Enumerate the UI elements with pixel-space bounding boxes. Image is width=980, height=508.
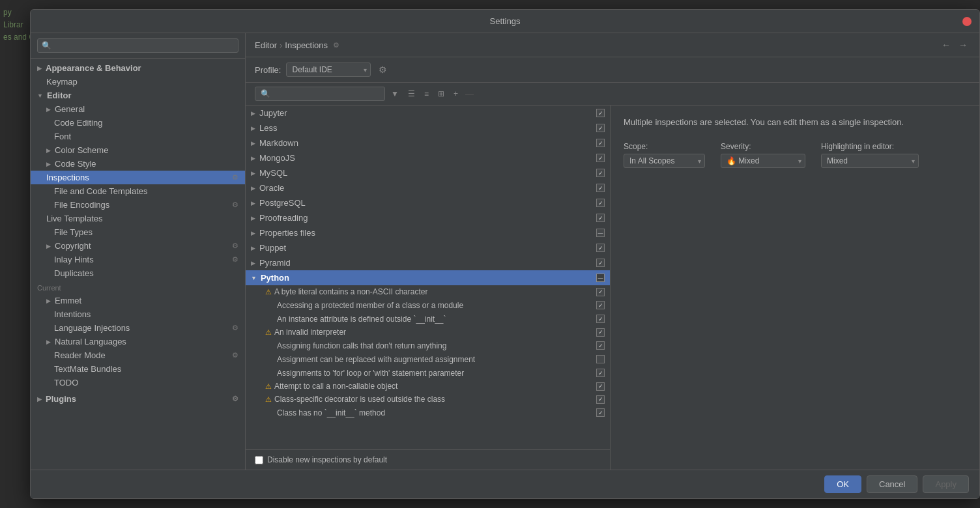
group-check-less[interactable] xyxy=(596,124,605,132)
sidebar-item-language-injections[interactable]: Language Injections ⚙ xyxy=(31,321,245,335)
group-check-mongodb[interactable] xyxy=(596,154,605,162)
sidebar-item-live-templates[interactable]: Live Templates xyxy=(31,212,245,225)
insp-group-properties[interactable]: ▶ Properties files xyxy=(246,225,610,240)
sidebar-item-todo[interactable]: TODO xyxy=(31,376,245,389)
insp-group-puppet[interactable]: ▶ Puppet xyxy=(246,240,610,255)
insp-item-0[interactable]: ⚠ A byte literal contains a non-ASCII ch… xyxy=(246,285,610,298)
insp-item-4[interactable]: Assigning function calls that don't retu… xyxy=(246,339,610,352)
sidebar-item-inspections[interactable]: Inspections ⚙ xyxy=(31,171,245,184)
insp-group-mysql[interactable]: ▶ MySQL xyxy=(246,165,610,180)
sidebar-item-file-code-templates[interactable]: File and Code Templates xyxy=(31,184,245,198)
sidebar-item-file-encodings[interactable]: File Encodings ⚙ xyxy=(31,198,245,212)
item-check-8[interactable] xyxy=(596,395,605,404)
insp-group-proofreading[interactable]: ▶ Proofreading xyxy=(246,210,610,225)
sidebar-item-textmate[interactable]: TextMate Bundles xyxy=(31,362,245,376)
group-by-button[interactable]: ⊞ xyxy=(435,88,448,100)
sidebar-item-editor[interactable]: ▼ Editor xyxy=(31,89,245,102)
group-check-postgresql[interactable] xyxy=(596,199,605,207)
group-label-jupyter: Jupyter xyxy=(259,108,594,118)
disable-inspections-label[interactable]: Disable new inspections by default xyxy=(255,455,387,464)
ok-button[interactable]: OK xyxy=(824,475,861,493)
sidebar-current-label: Current xyxy=(31,280,245,294)
profile-gear-button[interactable]: ⚙ xyxy=(376,63,390,76)
item-check-1[interactable] xyxy=(596,301,605,309)
item-check-5[interactable] xyxy=(596,355,605,363)
sidebar-item-keymap[interactable]: Keymap xyxy=(31,75,245,89)
split-panel: ▶ Jupyter ▶ Less xyxy=(246,106,979,470)
sidebar-item-duplicates[interactable]: Duplicates xyxy=(31,266,245,280)
sidebar-item-plugins[interactable]: ▶ Plugins ⚙ xyxy=(31,392,245,406)
sidebar-item-general[interactable]: ▶ General xyxy=(31,102,245,116)
group-check-jupyter[interactable] xyxy=(596,109,605,117)
sidebar-item-code-editing[interactable]: Code Editing xyxy=(31,116,245,130)
insp-item-3[interactable]: ⚠ An invalid interpreter xyxy=(246,326,610,339)
apply-button[interactable]: Apply xyxy=(923,475,969,493)
group-check-mysql[interactable] xyxy=(596,169,605,177)
group-label-properties: Properties files xyxy=(259,228,594,238)
insp-item-2[interactable]: An instance attribute is defined outside… xyxy=(246,312,610,326)
disable-new-inspections-checkbox[interactable] xyxy=(255,456,263,464)
scope-select[interactable]: In All Scopes In Tests Everywhere Else xyxy=(624,154,705,168)
sidebar-search-input[interactable] xyxy=(37,38,238,53)
sidebar-item-emmet[interactable]: ▶ Emmet xyxy=(31,294,245,307)
item-check-4[interactable] xyxy=(596,341,605,350)
dialog-title: Settings xyxy=(490,16,521,26)
sidebar-item-inlay-hints[interactable]: Inlay Hints ⚙ xyxy=(31,253,245,266)
profile-select[interactable]: Default IDE Project Default xyxy=(286,63,371,77)
nav-back-button[interactable]: ← xyxy=(939,38,953,51)
sidebar-item-color-scheme[interactable]: ▶ Color Scheme xyxy=(31,143,245,157)
close-button[interactable] xyxy=(962,17,972,26)
item-label-2: An instance attribute is defined outside… xyxy=(277,315,594,324)
insp-item-9[interactable]: Class has no `__init__` method xyxy=(246,406,610,419)
item-check-3[interactable] xyxy=(596,328,605,337)
item-check-6[interactable] xyxy=(596,369,605,377)
expand-all-button[interactable]: ☰ xyxy=(405,88,418,100)
inspections-gear-icon: ⚙ xyxy=(232,173,238,182)
collapse-all-button[interactable]: ≡ xyxy=(421,88,432,100)
group-check-properties[interactable] xyxy=(596,229,605,237)
group-check-pyramid[interactable] xyxy=(596,259,605,267)
profile-row: Profile: Default IDE Project Default ⚙ xyxy=(246,57,979,83)
cancel-button[interactable]: Cancel xyxy=(867,475,917,493)
inspections-search-input[interactable] xyxy=(255,87,385,101)
insp-group-postgresql[interactable]: ▶ PostgreSQL xyxy=(246,195,610,210)
add-button[interactable]: + xyxy=(450,88,461,100)
sidebar-item-code-style[interactable]: ▶ Code Style xyxy=(31,157,245,171)
insp-item-5[interactable]: Assignment can be replaced with augmente… xyxy=(246,352,610,366)
insp-item-6[interactable]: Assignments to 'for' loop or 'with' stat… xyxy=(246,366,610,380)
sidebar-item-file-types[interactable]: File Types xyxy=(31,225,245,239)
group-check-oracle[interactable] xyxy=(596,184,605,192)
group-check-python[interactable] xyxy=(596,274,605,282)
sidebar-item-font[interactable]: Font xyxy=(31,130,245,143)
insp-item-1[interactable]: Accessing a protected member of a class … xyxy=(246,298,610,312)
content-header: Editor › Inspections ⚙ ← → xyxy=(246,33,979,57)
severity-select-wrapper: 🔥 Mixed Error Warning Weak Warning Infor… xyxy=(721,154,805,168)
filter-button[interactable]: ▼ xyxy=(388,88,402,100)
item-check-2[interactable] xyxy=(596,315,605,323)
sidebar-item-intentions[interactable]: Intentions xyxy=(31,307,245,321)
insp-group-oracle[interactable]: ▶ Oracle xyxy=(246,180,610,195)
sidebar-item-natural-languages[interactable]: ▶ Natural Languages xyxy=(31,335,245,348)
insp-item-7[interactable]: ⚠ Attempt to call a non-callable object xyxy=(246,380,610,393)
insp-group-jupyter[interactable]: ▶ Jupyter xyxy=(246,106,610,120)
sidebar-item-reader-mode[interactable]: Reader Mode ⚙ xyxy=(31,348,245,362)
detail-fields: Scope: In All Scopes In Tests Everywhere… xyxy=(624,142,966,168)
insp-group-pyramid[interactable]: ▶ Pyramid xyxy=(246,255,610,270)
insp-group-less[interactable]: ▶ Less xyxy=(246,120,610,135)
nav-forward-button[interactable]: → xyxy=(956,38,970,51)
sidebar-item-copyright[interactable]: ▶ Copyright ⚙ xyxy=(31,239,245,253)
group-check-puppet[interactable] xyxy=(596,244,605,252)
group-check-proofreading[interactable] xyxy=(596,214,605,222)
group-check-markdown[interactable] xyxy=(596,139,605,147)
highlighting-select[interactable]: Mixed None Syntax error Error Warning xyxy=(821,154,919,168)
settings-dialog: Settings ▶ Appearance & Behavior Keymap xyxy=(30,9,980,499)
insp-group-python[interactable]: ▼ Python xyxy=(246,270,610,285)
item-check-9[interactable] xyxy=(596,408,605,417)
severity-select[interactable]: 🔥 Mixed Error Warning Weak Warning Infor… xyxy=(721,154,805,168)
sidebar-item-appearance[interactable]: ▶ Appearance & Behavior xyxy=(31,61,245,75)
item-check-7[interactable] xyxy=(596,382,605,391)
insp-group-mongodb[interactable]: ▶ MongoJS xyxy=(246,150,610,165)
insp-item-8[interactable]: ⚠ Class-specific decorator is used outsi… xyxy=(246,393,610,406)
insp-group-markdown[interactable]: ▶ Markdown xyxy=(246,135,610,150)
item-check-0[interactable] xyxy=(596,288,605,296)
